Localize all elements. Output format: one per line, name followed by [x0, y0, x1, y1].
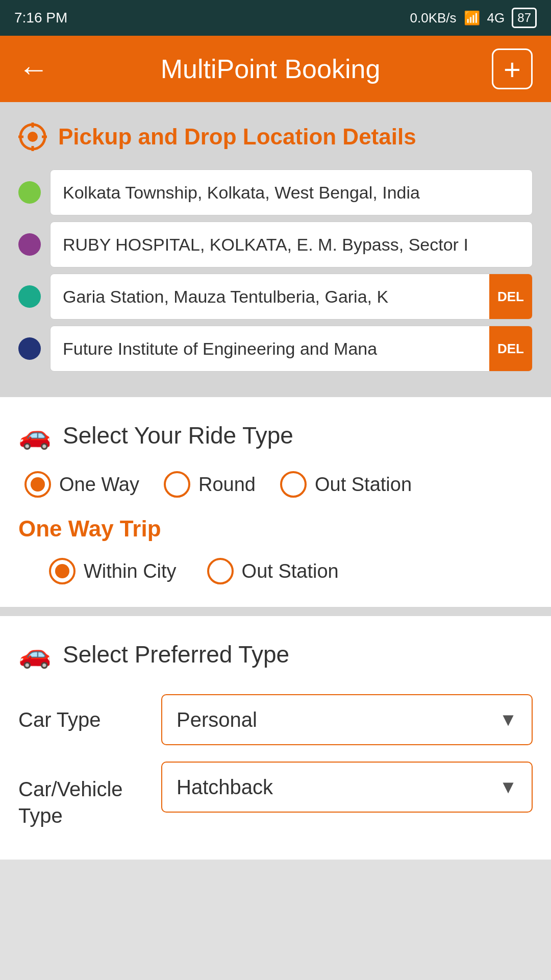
radio-within-city-label: Within City — [84, 560, 177, 582]
location-list: Kolkata Township, Kolkata, West Bengal, … — [18, 169, 533, 372]
car-vehicle-row: Car/VehicleType Hatchback ▼ — [18, 762, 533, 829]
network-type: 4G — [487, 10, 505, 26]
location-row-1: Kolkata Township, Kolkata, West Bengal, … — [18, 169, 533, 215]
network-speed: 0.0KB/s — [410, 10, 457, 26]
car-type-row: Car Type Personal ▼ — [18, 694, 533, 745]
location-input-1[interactable]: Kolkata Township, Kolkata, West Bengal, … — [50, 169, 533, 215]
car-type-dropdown[interactable]: Personal ▼ — [161, 694, 533, 745]
radio-round-label: Round — [198, 474, 256, 496]
radio-oneway[interactable] — [24, 471, 51, 498]
location-input-3[interactable]: Garia Station, Mauza Tentulberia, Garia,… — [50, 274, 533, 320]
trip-within-city[interactable]: Within City — [49, 558, 177, 584]
radio-outstation-label: Out Station — [315, 474, 412, 496]
dot-4 — [18, 337, 41, 360]
ride-type-round[interactable]: Round — [164, 471, 256, 498]
location-text-3: Garia Station, Mauza Tentulberia, Garia,… — [51, 287, 489, 307]
car-type-key-label: Car Type — [18, 708, 161, 731]
preferred-title-row: 🚗 Select Preferred Type — [18, 639, 533, 670]
section-divider — [0, 607, 551, 616]
car-vehicle-key-label: Car/VehicleType — [18, 762, 161, 829]
signal-icon: 📶 — [464, 10, 480, 26]
section-title-row: Pickup and Drop Location Details — [18, 122, 533, 151]
status-bar: 7:16 PM 0.0KB/s 📶 4G 87 — [0, 0, 551, 36]
trip-out-station[interactable]: Out Station — [207, 558, 339, 584]
dot-3 — [18, 285, 41, 308]
radio-trip-outstation[interactable] — [207, 558, 234, 584]
ride-type-radio-group: One Way Round Out Station — [18, 471, 533, 498]
status-right: 0.0KB/s 📶 4G 87 — [410, 8, 537, 28]
svg-point-1 — [28, 132, 38, 142]
delete-badge-3[interactable]: DEL — [489, 274, 532, 319]
location-input-2[interactable]: RUBY HOSPITAL, KOLKATA, E. M. Bypass, Se… — [50, 222, 533, 267]
pickup-section-label: Pickup and Drop Location Details — [58, 124, 416, 150]
delete-badge-4[interactable]: DEL — [489, 326, 532, 371]
one-way-trip-subtitle: One Way Trip — [18, 516, 533, 542]
radio-round[interactable] — [164, 471, 190, 498]
app-header: ← MultiPoint Booking + — [0, 36, 551, 102]
battery-indicator: 87 — [512, 8, 537, 28]
trip-type-radio-group: Within City Out Station — [18, 558, 533, 584]
location-target-icon — [18, 122, 47, 151]
preferred-type-section: 🚗 Select Preferred Type Car Type Persona… — [0, 616, 551, 860]
location-input-4[interactable]: Future Institute of Engineering and Mana… — [50, 326, 533, 372]
add-button[interactable]: + — [492, 48, 533, 89]
car-vehicle-dropdown-arrow: ▼ — [499, 776, 517, 798]
location-text-2: RUBY HOSPITAL, KOLKATA, E. M. Bypass, Se… — [51, 235, 532, 255]
preferred-type-label: Select Preferred Type — [63, 641, 289, 668]
ride-type-section: 🚗 Select Your Ride Type One Way Round Ou… — [0, 397, 551, 607]
car-type-value: Personal — [177, 708, 257, 731]
status-time: 7:16 PM — [14, 10, 67, 26]
location-text-1: Kolkata Township, Kolkata, West Bengal, … — [51, 183, 532, 203]
ride-type-outstation[interactable]: Out Station — [280, 471, 412, 498]
header-title: MultiPoint Booking — [49, 54, 492, 84]
radio-trip-outstation-label: Out Station — [242, 560, 339, 582]
car-vehicle-value: Hatchback — [177, 776, 273, 799]
location-text-4: Future Institute of Engineering and Mana — [51, 339, 489, 359]
ride-type-label: Select Your Ride Type — [63, 422, 293, 449]
pickup-section: Pickup and Drop Location Details Kolkata… — [0, 102, 551, 397]
ride-type-oneway[interactable]: One Way — [24, 471, 139, 498]
back-button[interactable]: ← — [18, 52, 49, 87]
radio-within-city[interactable] — [49, 558, 76, 584]
radio-oneway-label: One Way — [59, 474, 139, 496]
dot-1 — [18, 181, 41, 204]
car-vehicle-dropdown[interactable]: Hatchback ▼ — [161, 762, 533, 813]
car-type-dropdown-arrow: ▼ — [499, 709, 517, 730]
ride-section-title-row: 🚗 Select Your Ride Type — [18, 420, 533, 451]
location-row-4: Future Institute of Engineering and Mana… — [18, 326, 533, 372]
dot-2 — [18, 233, 41, 256]
car-icon-1: 🚗 — [18, 420, 52, 451]
car-icon-2: 🚗 — [18, 639, 52, 670]
radio-outstation[interactable] — [280, 471, 307, 498]
location-row-2: RUBY HOSPITAL, KOLKATA, E. M. Bypass, Se… — [18, 222, 533, 267]
location-row-3: Garia Station, Mauza Tentulberia, Garia,… — [18, 274, 533, 320]
